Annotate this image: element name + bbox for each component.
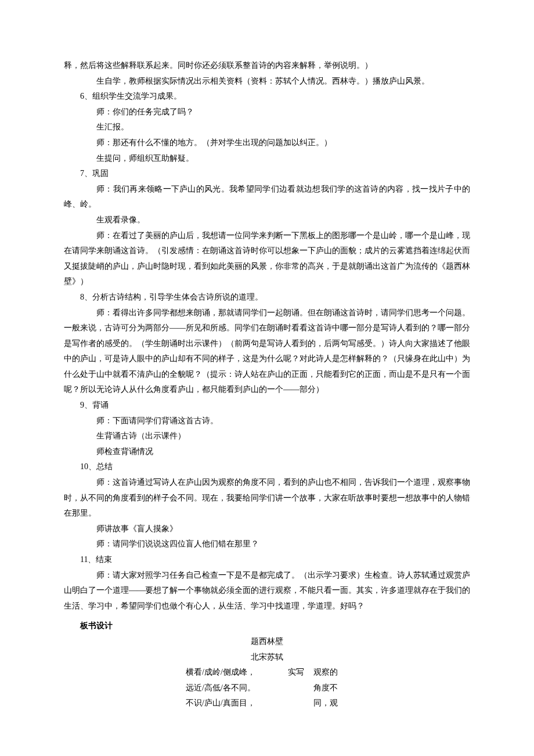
section-6-line-0: 师：你们的任务完成了吗？ (64, 105, 470, 120)
section-9-line-1: 生背诵古诗（出示课件） (64, 429, 470, 444)
board-right-0: 观察的 (313, 665, 348, 681)
section-10-p1: 师：这首诗通过写诗人在庐山因为观察的角度不同，看到的庐山也不相同，告诉我们一个道… (64, 475, 470, 521)
section-8-title: 8、分析古诗结构，引导学生体会古诗所说的道理。 (64, 290, 470, 305)
section-7-p2: 生观看录像。 (64, 213, 470, 228)
board-header: 板书设计 (64, 618, 470, 634)
board-left-col: 横看/成岭/侧成峰， 远近/高低/各不同。 不识/庐山/真面目， (186, 665, 279, 711)
section-6-line-2: 师：那还有什么不懂的地方。（并对学生出现的问题加以纠正。） (64, 135, 470, 151)
section-7-p3: 师：在看过了美丽的庐山后，我想请一位同学来判断一下黑板上的图形哪一个是山岭，哪一… (64, 228, 470, 290)
board-left-1: 远近/高低/各不同。 (186, 681, 279, 696)
board-mid-col: 实写 (279, 665, 313, 681)
section-7-title: 7、巩固 (64, 166, 470, 182)
section-9-line-2: 师检查背诵情况 (64, 444, 470, 460)
section-11-title: 11、结束 (64, 552, 470, 568)
board-row: 横看/成岭/侧成峰， 远近/高低/各不同。 不识/庐山/真面目， 实写 观察的 … (64, 665, 470, 711)
board-right-2: 同，观 (313, 696, 348, 711)
section-10-title: 10、总结 (64, 459, 470, 475)
section-10-p2: 师讲故事《盲人摸象》 (64, 521, 470, 537)
section-6-line-1: 生汇报。 (64, 120, 470, 135)
board-right-col: 观察的 角度不 同，观 (313, 665, 348, 711)
board-left-2: 不识/庐山/真面目， (186, 696, 279, 711)
continuation-line: 释，然后将这些解释联系起来。同时你还必须联系整首诗的内容来解释，举例说明。） (64, 58, 470, 74)
board-title: 题西林壁 (64, 634, 470, 650)
board-design-block: 板书设计 题西林壁 北宋苏轼 横看/成岭/侧成峰， 远近/高低/各不同。 不识/… (64, 618, 470, 711)
section-6-line-3: 生提问，师组织互助解疑。 (64, 151, 470, 167)
board-right-1: 角度不 (313, 681, 348, 696)
board-left-0: 横看/成岭/侧成峰， (186, 665, 279, 681)
section-9-line-0: 师：下面请同学们背诵这首古诗。 (64, 413, 470, 429)
board-author: 北宋苏轼 (64, 650, 470, 665)
intro-sub-line: 生自学，教师根据实际情况出示相关资料（资料：苏轼个人情况。西林寺。）播放庐山风景… (64, 74, 470, 89)
section-11-p1: 师：请大家对照学习任务自己检查一下是不是都完成了。（出示学习要求）生检查。诗人苏… (64, 568, 470, 614)
section-10-p3: 师：请同学们说说这四位盲人他们错在那里？ (64, 537, 470, 552)
board-mid: 实写 (279, 665, 313, 681)
section-9-title: 9、背诵 (64, 398, 470, 413)
section-6-title: 6、组织学生交流学习成果。 (64, 89, 470, 105)
section-7-p1: 师：我们再来领略一下庐山的风光。我希望同学们边看就边想我们学的这首诗的内容，找一… (64, 182, 470, 213)
section-8-p1: 师：看得出许多同学都想来朗诵，那就请同学们一起朗诵。但在朗诵这首诗时，请同学们思… (64, 305, 470, 398)
